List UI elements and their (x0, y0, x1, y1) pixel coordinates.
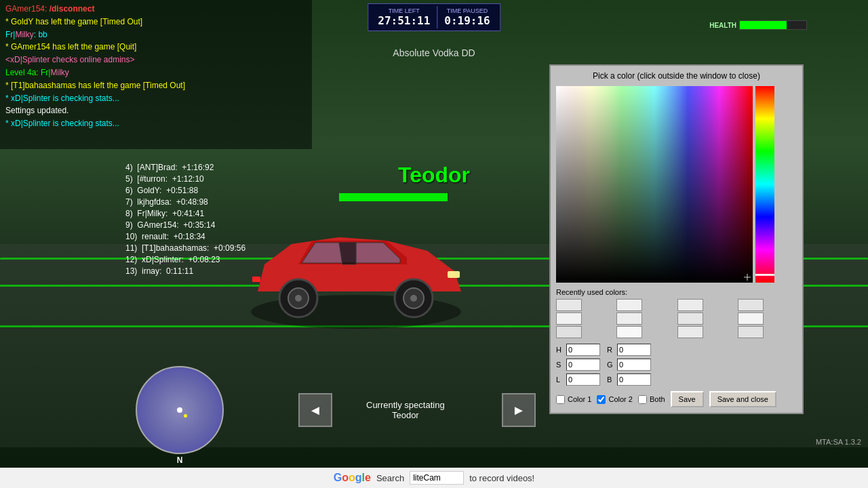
color2-label: Color 2 (608, 395, 632, 403)
color-swatch[interactable] (738, 326, 764, 338)
svg-point-6 (410, 295, 417, 302)
google-logo: Google (334, 472, 371, 484)
rgb-inputs: R G B (607, 344, 651, 386)
both-checkbox[interactable] (638, 395, 647, 404)
health-bar-inner (740, 21, 787, 29)
r-input-row: R (607, 344, 651, 356)
google-e: e (365, 472, 371, 483)
b-input-row: B (607, 373, 651, 386)
scoreboard-item: 10) renault: +0:18:34 (125, 232, 245, 241)
health-bar-outer (739, 20, 807, 30)
hsl-inputs: H S L (556, 344, 600, 386)
spectating-info: Currently spectating Teodor (366, 400, 445, 420)
chat-cmd: /disconnect (50, 4, 95, 14)
google-g2: g (355, 472, 362, 483)
b-input[interactable] (617, 373, 651, 386)
g-label: G (607, 361, 615, 369)
minimap: N (136, 366, 224, 454)
time-paused-section: TIME PAUSED 0:19:16 (439, 6, 495, 28)
left-arrow-icon: ◄ (309, 403, 322, 418)
vehicle-name: Absolute Vodka DD (393, 47, 475, 58)
color-swatch[interactable] (677, 299, 703, 311)
nav-right-button[interactable]: ► (502, 393, 536, 427)
scoreboard-item: 4) [ANT]Brad: +1:16:92 (125, 163, 245, 172)
svg-point-3 (295, 295, 302, 302)
chat-line: * xD|Splinter is checking stats... (5, 93, 307, 104)
chat-username: GAmer154: (5, 4, 50, 14)
scoreboard-item: 9) GAmer154: +0:35:14 (125, 220, 245, 230)
svg-rect-7 (448, 271, 460, 278)
color-swatch[interactable] (738, 312, 764, 325)
color2-checkbox-group: Color 2 (597, 395, 632, 404)
color-picker-main (556, 86, 797, 283)
l-input[interactable] (566, 373, 600, 386)
speed-bar (339, 193, 448, 201)
scoreboard-item: 13) irnay: 0:11:11 (125, 266, 245, 276)
google-search-text: Search (376, 473, 404, 483)
player-name: Teodor (398, 163, 470, 188)
color-picker-title: Pick a color (click outside the window t… (556, 71, 797, 81)
color-swatch[interactable] (556, 299, 582, 311)
recent-colors-grid (556, 299, 797, 338)
r-input[interactable] (617, 344, 651, 356)
g-input[interactable] (617, 359, 651, 371)
r-label: R (607, 346, 615, 354)
chat-line: * [T1]bahaashamas has left the game [Tim… (5, 80, 307, 92)
color-swatch[interactable] (677, 312, 703, 325)
color-inputs: H S L R G B (556, 344, 797, 386)
hue-bar[interactable] (755, 86, 774, 283)
health-bar-container: HEALTH (709, 20, 807, 30)
color-swatch[interactable] (616, 326, 642, 338)
color-gradient-area[interactable] (556, 86, 753, 283)
s-input[interactable] (566, 359, 600, 371)
timer-box: TIME LEFT 27:51:11 TIME PAUSED 0:19:16 (368, 3, 500, 31)
color1-checkbox[interactable] (556, 395, 565, 404)
l-input-row: L (556, 373, 600, 386)
l-label: L (556, 375, 564, 384)
chat-line: <xD|Splinter checks online admins> (5, 54, 307, 66)
time-left-label: TIME LEFT (378, 7, 430, 14)
chat-line: Level 4a: Fr|Milky (5, 67, 307, 79)
minimap-player-dot (177, 407, 182, 413)
chat-line: * GoldY has left the game [Timed Out] (5, 16, 307, 28)
color-swatch[interactable] (677, 326, 703, 338)
color-picker-dialog: Pick a color (click outside the window t… (549, 64, 804, 414)
nav-left-button[interactable]: ◄ (298, 393, 332, 427)
spectating-player: Teodor (366, 410, 445, 420)
color-swatch[interactable] (556, 326, 582, 338)
color1-label: Color 1 (568, 395, 591, 403)
timer-divider (437, 6, 437, 28)
chat-line: * GAmer154 has left the game [Quit] (5, 41, 307, 53)
b-label: B (607, 375, 615, 384)
minimap-other-dot (184, 414, 187, 418)
time-paused-value: 0:19:16 (444, 14, 490, 27)
scoreboard-item: 11) [T1]bahaashamas: +0:09:56 (125, 243, 245, 253)
color-swatch[interactable] (556, 312, 582, 325)
google-search-input[interactable] (410, 471, 464, 485)
h-label: H (556, 346, 564, 354)
scoreboard-item: 5) [#turron: +1:12:10 (125, 174, 245, 184)
color1-checkbox-group: Color 1 (556, 395, 591, 404)
save-close-button[interactable]: Save and close (709, 391, 776, 407)
save-button[interactable]: Save (671, 391, 704, 407)
google-bar: Google Search to record videos! (0, 468, 868, 488)
both-label: Both (650, 395, 665, 403)
color-swatch[interactable] (616, 299, 642, 311)
time-left-value: 27:51:11 (378, 14, 430, 27)
spectating-label: Currently spectating (366, 400, 445, 410)
chat-line: * xD|Splinter is checking stats... (5, 118, 307, 129)
scoreboard: 4) [ANT]Brad: +1:16:92 5) [#turron: +1:1… (125, 163, 245, 278)
g-input-row: G (607, 359, 651, 371)
color2-checkbox[interactable] (597, 395, 606, 404)
color-swatch[interactable] (738, 299, 764, 311)
google-o2: o (349, 472, 355, 483)
h-input[interactable] (566, 344, 600, 356)
scoreboard-item: 12) xD|Splinter: +0:08:23 (125, 255, 245, 264)
hue-bar-gradient[interactable] (755, 86, 774, 283)
mta-version: MTA:SA 1.3.2 (816, 438, 861, 446)
recent-colors-label: Recently used colors: (556, 288, 797, 296)
color-picker-bottom: Color 1 Color 2 Both Save Save and close (556, 391, 797, 407)
both-checkbox-group: Both (638, 395, 665, 404)
minimap-north-label: N (177, 455, 183, 465)
color-swatch[interactable] (616, 312, 642, 325)
